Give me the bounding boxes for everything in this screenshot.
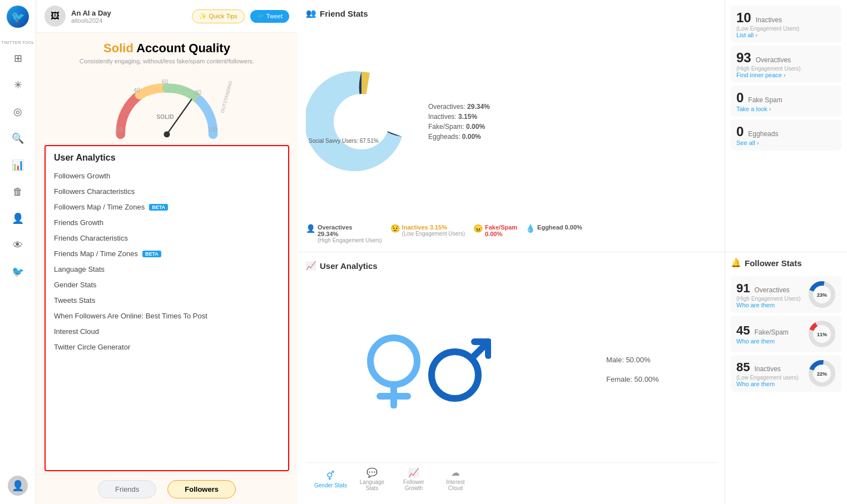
user-handle: aitools2024: [71, 17, 186, 24]
follower-overactives-sub: (High Engagement Users): [736, 296, 803, 302]
egghead-text: Egghead 0.00%: [537, 224, 582, 231]
stat-overactives-label: Overactives: [756, 56, 791, 64]
menu-item-tweets-stats[interactable]: Tweets Stats: [54, 293, 280, 308]
legend-eggheads: Eggheads: 0.00%: [428, 133, 716, 141]
follower-overactives-info: 91 Overactives (High Engagement Users) W…: [736, 281, 803, 308]
stat-overactives-link[interactable]: Find inner peace ›: [736, 72, 836, 78]
friend-stats-label: Friend Stats: [320, 9, 368, 18]
social-savvy-label: Social Savvy Users: 67.51%: [309, 138, 379, 144]
menu-item-friends-characteristics[interactable]: Friends Characteristics: [54, 231, 280, 246]
stat-fake-label: Fake Spam: [748, 96, 782, 104]
menu-item-label: Language Stats: [54, 265, 105, 273]
svg-point-8: [164, 131, 170, 137]
tab-interest-cloud[interactable]: ☁ Interest Cloud: [439, 467, 472, 491]
stat-fake: 0 Fake Spam Take a look ›: [731, 86, 841, 117]
overactives-pct-val: 29.34%: [318, 231, 382, 237]
follower-inactives-link[interactable]: Who are them: [736, 381, 803, 387]
menu-item-label: Followers Growth: [54, 172, 110, 180]
svg-text:40: 40: [133, 87, 140, 93]
language-stats-label: Language Stats: [355, 479, 389, 491]
friend-stats-panel: 👥 Friend Stats: [298, 0, 725, 252]
tweet-button[interactable]: 🐦 Tweet: [250, 10, 289, 23]
follower-stats-icon: 🔔: [731, 258, 741, 268]
stat-fake-link[interactable]: Take a look ›: [736, 106, 836, 112]
sidebar-item-users[interactable]: 👤: [8, 208, 28, 228]
score-title: Solid Account Quality: [47, 41, 286, 56]
stat-eggheads-top: 0 Eggheads: [736, 124, 836, 139]
follower-overactives-number-label: 91 Overactives: [736, 281, 803, 296]
label-egghead: 💧 Egghead 0.00%: [526, 224, 582, 243]
stat-eggheads-label: Eggheads: [748, 130, 778, 138]
follower-stats-panel: 🔔 Follower Stats 91 Overactives (High En…: [725, 252, 847, 504]
user-avatar: 🖼: [44, 6, 66, 27]
svg-text:20: 20: [117, 127, 123, 133]
user-analytics-menu: User Analytics Followers Growth Follower…: [44, 145, 289, 471]
tab-follower-growth[interactable]: 📈 Follower Growth: [397, 467, 430, 491]
sidebar-item-network[interactable]: ✳: [8, 75, 28, 95]
follower-overactives-link[interactable]: Who are them: [736, 302, 803, 308]
user-info: An AI a Day aitools2024: [71, 9, 186, 24]
menu-item-label: Tweets Stats: [54, 296, 95, 305]
score-card: Solid Account Quality Consistently engag…: [36, 33, 298, 70]
follower-growth-icon: 📈: [408, 467, 419, 478]
menu-item-friends-map[interactable]: Friends Map / Time Zones BETA: [54, 246, 280, 262]
sidebar-item-twitter[interactable]: 🐦: [8, 262, 28, 282]
tab-gender-stats[interactable]: ⚥ Gender Stats: [314, 471, 347, 488]
quick-tips-button[interactable]: ✨ Quick Tips: [192, 9, 244, 23]
menu-item-friends-growth[interactable]: Friends Growth: [54, 215, 280, 231]
menu-item-label: Friends Map / Time Zones: [54, 249, 138, 258]
follower-fake-link[interactable]: Who are them: [736, 338, 803, 345]
analytics-tabs: ⚥ Gender Stats 💬 Language Stats 📈 Follow…: [306, 462, 716, 496]
svg-text:100: 100: [208, 127, 217, 133]
menu-item-best-times[interactable]: When Followers Are Online: Best Times To…: [54, 308, 280, 324]
menu-item-followers-map[interactable]: Followers Map / Time Zones BETA: [54, 199, 280, 215]
beta-badge-2: BETA: [142, 251, 161, 257]
legend-inactives: Inactives: 3.15%: [428, 113, 716, 121]
menu-item-gender-stats[interactable]: Gender Stats: [54, 277, 280, 293]
followers-tab[interactable]: Followers: [167, 480, 236, 498]
menu-item-interest-cloud[interactable]: Interest Cloud: [54, 324, 280, 340]
svg-text:11%: 11%: [817, 332, 827, 337]
menu-item-twitter-circle[interactable]: Twitter Circle Generator: [54, 340, 280, 355]
fake-icon: 😠: [473, 224, 483, 233]
follower-growth-label: Follower Growth: [397, 479, 430, 491]
menu-item-language-stats[interactable]: Language Stats: [54, 262, 280, 277]
female-symbol-svg: [363, 331, 424, 408]
user-avatar-sidebar[interactable]: 👤: [8, 476, 28, 496]
beta-badge: BETA: [149, 204, 168, 211]
right-stats-panel: 10 Inactives (Low Engagement Users) List…: [725, 0, 847, 252]
gender-stats: Male: 50.00% Female: 50.00%: [606, 356, 659, 383]
menu-item-followers-growth[interactable]: Followers Growth: [54, 168, 280, 184]
gender-stats-label: Gender Stats: [314, 482, 347, 488]
stat-overactives-number: 93: [736, 50, 751, 66]
fake-donut: 11%: [808, 320, 836, 348]
tab-language-stats[interactable]: 💬 Language Stats: [355, 467, 389, 491]
gender-display: Male: 50.00% Female: 50.00%: [306, 276, 716, 462]
stat-inactives-link[interactable]: List all ›: [736, 32, 836, 38]
friends-tab[interactable]: Friends: [98, 480, 156, 498]
sidebar-item-chart[interactable]: 📊: [8, 155, 28, 175]
pie-area: Social Savvy Users: 67.51% Overactives: …: [306, 24, 716, 219]
sidebar-item-target[interactable]: ◎: [8, 102, 28, 122]
inactives-donut: 22%: [808, 360, 836, 387]
menu-item-label: Interest Cloud: [54, 327, 99, 336]
inactives-sub: (Low Engagement Users): [402, 231, 465, 237]
user-analytics-title: 📈 User Analytics: [306, 261, 716, 271]
sidebar-item-search[interactable]: 🔍: [8, 128, 28, 148]
gender-stats-icon: ⚥: [326, 471, 334, 481]
sidebar-item-dashboard[interactable]: ⊞: [8, 48, 28, 68]
sidebar-item-eye[interactable]: 👁: [8, 235, 28, 255]
user-analytics-label: User Analytics: [320, 261, 378, 271]
stat-inactives-number: 10: [736, 10, 751, 26]
follower-stats-label: Follower Stats: [745, 258, 802, 268]
label-fake: 😠 Fake/Spam 0.00%: [473, 224, 517, 243]
stat-eggheads-link[interactable]: See all ›: [736, 139, 836, 146]
female-stat: Female: 50.00%: [606, 375, 659, 383]
friend-stats-icon: 👥: [306, 8, 316, 18]
left-panel: 🖼 An AI a Day aitools2024 ✨ Quick Tips 🐦…: [36, 0, 298, 504]
menu-item-label: When Followers Are Online: Best Times To…: [54, 312, 207, 320]
menu-item-followers-characteristics[interactable]: Followers Characteristics: [54, 184, 280, 199]
score-subtitle: Consistently engaging, without/less fake…: [47, 58, 286, 64]
sidebar-item-delete[interactable]: 🗑: [8, 182, 28, 202]
fake-pct: Fake/Spam: [485, 224, 517, 231]
